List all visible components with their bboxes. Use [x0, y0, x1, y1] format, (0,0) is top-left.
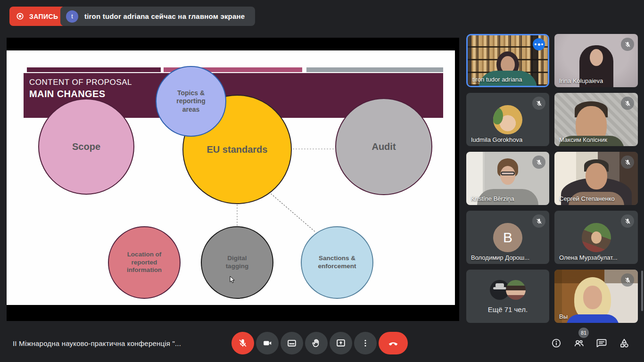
- call-controls: [231, 332, 408, 354]
- participant-name: Володимир Дорош...: [471, 254, 529, 261]
- captions-button[interactable]: [281, 332, 303, 354]
- more-vertical-icon: [360, 338, 371, 348]
- mouse-cursor: [230, 276, 236, 284]
- avatar: [582, 223, 611, 252]
- initial-avatar: В: [493, 223, 522, 252]
- mic-off-badge: [621, 273, 634, 287]
- sidebar-scrollbar[interactable]: [641, 271, 643, 311]
- participant-name: Kristīne Bērziņa: [471, 195, 514, 202]
- participant-name: Вы: [559, 313, 568, 320]
- overflow-avatar-2: [506, 280, 526, 300]
- participant-tile-iudmila-gorokhova[interactable]: Iudmila Gorokhova: [466, 93, 549, 146]
- participant-tile-volodymyr-dorosh[interactable]: В Володимир Дорош...: [466, 211, 549, 264]
- participant-name: tiron tudor adriana: [472, 76, 522, 83]
- screen-share-area: CONTENT OF PROPOSAL MAIN CHANGES Topics …: [7, 38, 459, 321]
- record-icon: [15, 11, 25, 21]
- mic-off-badge: [532, 214, 545, 228]
- participant-tile-kristine-berzina[interactable]: Kristīne Bērziņa: [466, 152, 549, 205]
- recording-indicator-chip: ЗАПИСЬ: [9, 7, 66, 26]
- presentation-slide: CONTENT OF PROPOSAL MAIN CHANGES Topics …: [7, 50, 455, 305]
- avatar-detail: [493, 107, 503, 124]
- person-face: [586, 163, 607, 189]
- hand-icon: [311, 338, 322, 348]
- circle-topics-reporting-areas: Topics & reporting areas: [156, 66, 226, 137]
- meeting-panel-icons: 81: [545, 332, 636, 354]
- raise-hand-button[interactable]: [305, 332, 328, 354]
- mic-button[interactable]: [231, 332, 254, 354]
- person-face: [590, 49, 603, 66]
- avatar-detail: [591, 231, 602, 244]
- circle-audit: Audit: [335, 98, 432, 195]
- speaking-indicator: [533, 38, 545, 50]
- camera-button[interactable]: [256, 332, 279, 354]
- more-options-button[interactable]: [354, 332, 377, 354]
- presenting-status-text: tiron tudor adriana сейчас на главном эк…: [84, 12, 245, 20]
- circle-sanctions-enforcement: Sanctions & enforcement: [301, 226, 373, 299]
- participant-tile-maksym-kolisnyk[interactable]: Максим Колісник: [554, 93, 638, 146]
- info-button[interactable]: [545, 332, 568, 354]
- circle-sanctions-label: Sanctions & enforcement: [313, 255, 361, 271]
- mic-off-icon: [238, 338, 248, 348]
- chat-icon: [596, 337, 607, 349]
- participant-name: Irina Kolupaieva: [559, 77, 603, 84]
- participant-name: Сергей Степаненко: [559, 195, 615, 202]
- participant-tile-olena-murzabulat[interactable]: Олена Мурзабулат...: [554, 211, 638, 264]
- meeting-title: II Міжнародна науково-практична конферен…: [13, 339, 181, 347]
- mic-off-badge: [621, 214, 634, 228]
- participants-count-badge: 81: [578, 328, 589, 338]
- circle-eu-standards-label: EU standards: [207, 144, 268, 156]
- more-participants-label: Ещё 71 чел.: [466, 305, 549, 313]
- circle-scope-label: Scope: [72, 141, 100, 153]
- person-glasses: [501, 172, 515, 175]
- info-icon: [551, 337, 562, 349]
- circle-topics-label: Topics & reporting areas: [169, 89, 213, 114]
- mic-off-badge: [621, 156, 634, 169]
- end-call-phone-icon: [388, 337, 399, 349]
- overflow-avatars: [490, 280, 526, 300]
- participant-tile-tiron-tudor-adriana[interactable]: tiron tudor adriana: [466, 34, 549, 87]
- presenting-status-pill: t tiron tudor adriana сейчас на главном …: [60, 7, 255, 26]
- captions-icon: [287, 338, 297, 348]
- people-button[interactable]: 81: [568, 332, 590, 354]
- participant-name: Максим Колісник: [559, 136, 607, 143]
- mic-off-badge: [621, 97, 634, 110]
- participant-tile-sergey-stepanenko[interactable]: Сергей Степаненко: [554, 152, 638, 205]
- circle-location-of-reported-information: Location of reported information: [108, 226, 181, 299]
- mic-off-badge: [532, 97, 545, 110]
- present-screen-button[interactable]: [330, 332, 352, 354]
- participant-name: Олена Мурзабулат...: [559, 254, 618, 261]
- circle-audit-label: Audit: [372, 141, 396, 153]
- circle-digital-tagging: Digital tagging: [201, 226, 273, 299]
- activities-icon: [619, 337, 630, 349]
- people-icon: [573, 337, 585, 349]
- avatar: [493, 105, 522, 134]
- record-label: ЗАПИСЬ: [29, 13, 58, 20]
- presenter-avatar: t: [66, 10, 78, 23]
- circle-scope: Scope: [38, 99, 134, 195]
- mic-off-badge: [621, 38, 634, 51]
- more-participants-tile[interactable]: Ещё 71 чел.: [466, 270, 549, 323]
- top-bar: ЗАПИСЬ t tiron tudor adriana сейчас на г…: [0, 0, 644, 32]
- end-call-button[interactable]: [379, 332, 408, 354]
- self-view-tile[interactable]: Вы: [554, 270, 638, 323]
- person-torso: [566, 314, 619, 323]
- participant-tile-irina-kolupaieva[interactable]: Irina Kolupaieva: [554, 34, 638, 87]
- camera-icon: [262, 338, 272, 348]
- mic-off-badge: [532, 156, 545, 169]
- person-face: [583, 286, 602, 309]
- bottom-bar: II Міжнародна науково-практична конферен…: [0, 326, 644, 362]
- person-face: [500, 166, 515, 185]
- participant-name: Iudmila Gorokhova: [471, 136, 522, 143]
- activities-button[interactable]: [613, 332, 636, 354]
- circle-location-label: Location of reported information: [121, 251, 167, 275]
- present-screen-icon: [336, 338, 346, 348]
- circle-digital-tagging-label: Digital tagging: [216, 255, 258, 271]
- chat-button[interactable]: [590, 332, 613, 354]
- participants-sidebar: tiron tudor adriana Irina Kolupaieva Iud…: [466, 34, 638, 323]
